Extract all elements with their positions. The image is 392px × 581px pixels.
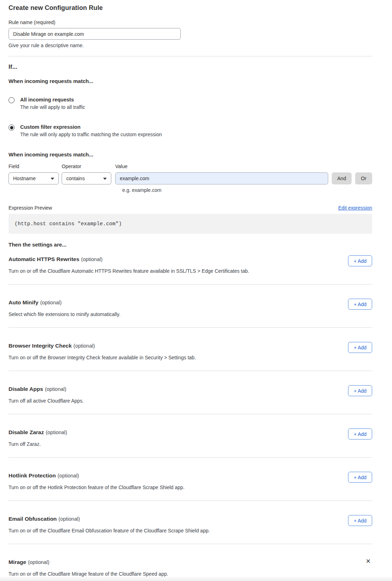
optional-tag: (optional) bbox=[73, 343, 95, 349]
setting-automatic-https-rewrites: Automatic HTTPS Rewrites(optional) Turn … bbox=[9, 248, 372, 284]
or-button[interactable]: Or bbox=[355, 172, 372, 184]
radio-unselected-icon[interactable] bbox=[9, 97, 15, 103]
setting-name: Automatic HTTPS Rewrites bbox=[9, 256, 79, 262]
setting-description: Turn off all active Cloudflare Apps. bbox=[9, 398, 372, 404]
add-disable-zaraz-button[interactable]: + Add bbox=[348, 428, 372, 439]
setting-description: Turn on or off the Cloudflare Automatic … bbox=[9, 268, 372, 274]
page-title: Create new Configuration Rule bbox=[9, 4, 372, 12]
setting-mirage: Mirage(optional) ✕ Turn on or off the Cl… bbox=[9, 544, 372, 581]
setting-name: Mirage bbox=[9, 559, 26, 565]
add-disable-apps-button[interactable]: + Add bbox=[348, 385, 372, 396]
field-select-value: Hostname bbox=[13, 176, 36, 181]
value-label: Value bbox=[115, 164, 328, 169]
optional-tag: (optional) bbox=[46, 430, 67, 435]
add-automatic-https-rewrites-button[interactable]: + Add bbox=[348, 255, 372, 266]
chevron-down-icon bbox=[51, 178, 54, 180]
add-auto-minify-button[interactable]: + Add bbox=[348, 299, 372, 310]
setting-hotlink-protection: Hotlink Protection(optional) Turn on or … bbox=[9, 458, 372, 501]
value-input[interactable] bbox=[115, 172, 328, 184]
optional-tag: (optional) bbox=[81, 256, 102, 262]
optional-tag: (optional) bbox=[58, 516, 80, 522]
close-icon[interactable]: ✕ bbox=[366, 558, 371, 564]
setting-name: Disable Zaraz bbox=[9, 429, 44, 435]
setting-description: Turn on or off the Cloudflare Mirage fea… bbox=[9, 571, 372, 577]
setting-name: Auto Minify bbox=[9, 299, 38, 305]
match-heading: When incoming requests match... bbox=[9, 78, 372, 84]
operator-select[interactable]: contains bbox=[62, 172, 111, 184]
rule-name-label: Rule name (required) bbox=[9, 20, 372, 25]
setting-email-obfuscation: Email Obfuscation(optional) Turn on or o… bbox=[9, 501, 372, 544]
setting-description: Turn on or off the Cloudflare Email Obfu… bbox=[9, 528, 372, 533]
operator-label: Operator bbox=[62, 164, 111, 169]
setting-auto-minify: Auto Minify(optional) Select which file … bbox=[9, 284, 372, 328]
radio-option-custom-filter[interactable]: Custom filter expression The rule will o… bbox=[9, 124, 372, 137]
radio-description: The rule will only apply to traffic matc… bbox=[20, 132, 162, 137]
expression-preview-code: (http.host contains "example.com") bbox=[9, 214, 372, 234]
radio-option-all-requests[interactable]: All incoming requests The rule will appl… bbox=[9, 97, 372, 110]
optional-tag: (optional) bbox=[57, 473, 79, 478]
field-select[interactable]: Hostname bbox=[9, 172, 59, 184]
radio-description: The rule will apply to all traffic bbox=[20, 104, 85, 110]
optional-tag: (optional) bbox=[45, 386, 66, 392]
setting-disable-apps: Disable Apps(optional) Turn off all acti… bbox=[9, 371, 372, 414]
setting-name: Disable Apps bbox=[9, 386, 43, 392]
setting-name: Hotlink Protection bbox=[9, 472, 56, 478]
rule-name-helper: Give your rule a descriptive name. bbox=[9, 43, 372, 48]
builder-heading: When incoming requests match... bbox=[9, 151, 372, 157]
setting-disable-zaraz: Disable Zaraz(optional) Turn off Zaraz. … bbox=[9, 414, 372, 458]
value-helper: e.g. example.com bbox=[122, 187, 372, 193]
expression-preview-label: Expression Preview bbox=[9, 205, 52, 211]
rule-name-input[interactable] bbox=[9, 28, 181, 40]
setting-name: Browser Integrity Check bbox=[9, 343, 72, 349]
radio-label: All incoming requests bbox=[20, 97, 85, 103]
setting-description: Turn on or off the Hotlink Protection fe… bbox=[9, 485, 372, 490]
setting-description: Turn on or off the Browser Integrity Che… bbox=[9, 355, 372, 360]
optional-tag: (optional) bbox=[40, 300, 61, 305]
configuration-rule-form: Create new Configuration Rule Rule name … bbox=[0, 0, 392, 581]
then-heading: Then the settings are... bbox=[9, 242, 372, 248]
expression-builder-row: Field Hostname Operator contains Value A… bbox=[9, 164, 372, 184]
if-heading: If... bbox=[9, 63, 372, 71]
field-label: Field bbox=[9, 164, 59, 169]
add-email-obfuscation-button[interactable]: + Add bbox=[348, 515, 372, 526]
optional-tag: (optional) bbox=[28, 559, 49, 565]
setting-description: Turn off Zaraz. bbox=[9, 441, 372, 447]
setting-browser-integrity-check: Browser Integrity Check(optional) Turn o… bbox=[9, 328, 372, 371]
edit-expression-link[interactable]: Edit expression bbox=[338, 205, 372, 211]
radio-selected-icon[interactable] bbox=[9, 124, 15, 131]
section-divider bbox=[9, 56, 372, 56]
setting-description: Select which file extensions to minify a… bbox=[9, 311, 372, 317]
add-browser-integrity-check-button[interactable]: + Add bbox=[348, 342, 372, 353]
chevron-down-icon bbox=[103, 178, 107, 180]
add-hotlink-protection-button[interactable]: + Add bbox=[348, 472, 372, 483]
page-bottom-edge bbox=[0, 577, 392, 581]
setting-name: Email Obfuscation bbox=[9, 516, 57, 522]
radio-label: Custom filter expression bbox=[20, 124, 162, 130]
operator-select-value: contains bbox=[66, 176, 85, 181]
and-button[interactable]: And bbox=[332, 172, 352, 184]
